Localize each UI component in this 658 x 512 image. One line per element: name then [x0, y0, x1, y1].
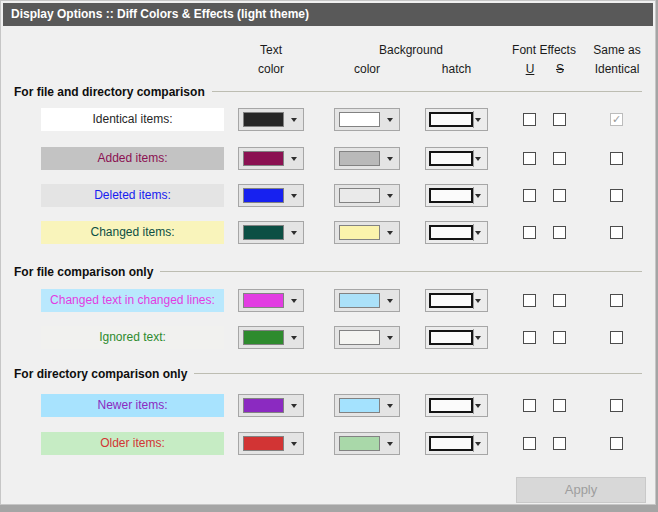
underline-checkbox[interactable] [523, 331, 536, 344]
underline-checkbox[interactable] [523, 113, 536, 126]
column-header-same-as: Same as [587, 43, 647, 57]
same-as-identical-checkbox: ✓ [610, 113, 623, 126]
background-color-dropdown[interactable] [334, 432, 400, 455]
dropdown-arrow-icon [291, 299, 297, 303]
column-header-identical: Identical [585, 62, 649, 76]
text-color-dropdown[interactable] [238, 432, 304, 455]
strikethrough-checkbox[interactable] [553, 331, 566, 344]
underline-checkbox[interactable] [523, 226, 536, 239]
color-swatch [339, 112, 380, 127]
background-color-dropdown[interactable] [334, 289, 400, 312]
background-color-dropdown[interactable] [334, 221, 400, 244]
screenshot-root: Display Options :: Diff Colors & Effects… [0, 0, 658, 512]
row-label-sample: Identical items: [41, 108, 224, 131]
text-color-dropdown[interactable] [238, 108, 304, 131]
hatch-preview [429, 436, 473, 451]
color-swatch [243, 293, 284, 308]
underline-checkbox[interactable] [523, 399, 536, 412]
column-header-underline: U [517, 62, 543, 76]
same-as-identical-checkbox[interactable] [610, 294, 623, 307]
hatch-dropdown[interactable] [425, 184, 488, 207]
color-swatch [339, 225, 380, 240]
hatch-dropdown[interactable] [425, 289, 488, 312]
strikethrough-checkbox[interactable] [553, 226, 566, 239]
same-as-identical-checkbox[interactable] [610, 331, 623, 344]
hatch-preview [429, 112, 473, 127]
same-as-identical-checkbox[interactable] [610, 437, 623, 450]
row-added-items: Added items: [1, 147, 655, 170]
column-header-strikethrough: S [547, 62, 573, 76]
dropdown-arrow-icon [387, 231, 393, 235]
text-color-dropdown[interactable] [238, 221, 304, 244]
hatch-preview [429, 330, 473, 345]
section-directory-comparison-only: For directory comparison only [14, 366, 642, 381]
same-as-identical-checkbox[interactable] [610, 152, 623, 165]
row-deleted-items: Deleted items: [1, 184, 655, 207]
dropdown-separator [473, 150, 474, 167]
same-as-identical-checkbox[interactable] [610, 189, 623, 202]
dropdown-arrow-icon [387, 118, 393, 122]
hatch-dropdown[interactable] [425, 108, 488, 131]
text-color-dropdown[interactable] [238, 289, 304, 312]
color-swatch [339, 436, 380, 451]
column-header-background: Background [334, 43, 488, 57]
dropdown-arrow-icon [387, 299, 393, 303]
text-color-dropdown[interactable] [238, 184, 304, 207]
apply-button[interactable]: Apply [516, 477, 646, 503]
window-bottom-edge [0, 505, 658, 512]
column-header-text-color: color [238, 62, 304, 76]
underline-checkbox[interactable] [523, 294, 536, 307]
color-swatch [243, 112, 284, 127]
column-header-font-effects: Font Effects [506, 43, 582, 57]
strikethrough-checkbox[interactable] [553, 294, 566, 307]
same-as-identical-checkbox[interactable] [610, 226, 623, 239]
hatch-dropdown[interactable] [425, 326, 488, 349]
underline-checkbox[interactable] [523, 437, 536, 450]
background-color-dropdown[interactable] [334, 326, 400, 349]
row-label-sample: Older items: [41, 432, 224, 455]
background-color-dropdown[interactable] [334, 184, 400, 207]
dropdown-separator [473, 224, 474, 241]
text-color-dropdown[interactable] [238, 147, 304, 170]
hatch-dropdown[interactable] [425, 432, 488, 455]
strikethrough-checkbox[interactable] [553, 152, 566, 165]
text-color-dropdown[interactable] [238, 394, 304, 417]
color-swatch [339, 188, 380, 203]
window-title-bar[interactable]: Display Options :: Diff Colors & Effects… [3, 3, 653, 26]
row-label-sample: Changed items: [41, 221, 224, 244]
dropdown-arrow-icon [475, 194, 481, 198]
hatch-dropdown[interactable] [425, 147, 488, 170]
strikethrough-checkbox[interactable] [553, 399, 566, 412]
section-file-and-directory: For file and directory comparison [14, 84, 642, 99]
background-color-dropdown[interactable] [334, 147, 400, 170]
color-swatch [339, 330, 380, 345]
row-older-items: Older items: [1, 432, 655, 455]
color-swatch [339, 398, 380, 413]
row-label-sample: Ignored text: [41, 326, 224, 349]
row-identical-items: Identical items: ✓ [1, 108, 655, 131]
row-ignored-text: Ignored text: [1, 326, 655, 349]
color-swatch [243, 398, 284, 413]
strikethrough-checkbox[interactable] [553, 113, 566, 126]
dropdown-arrow-icon [387, 157, 393, 161]
section-divider [212, 91, 642, 92]
hatch-dropdown[interactable] [425, 221, 488, 244]
background-color-dropdown[interactable] [334, 108, 400, 131]
hatch-dropdown[interactable] [425, 394, 488, 417]
same-as-identical-checkbox[interactable] [610, 399, 623, 412]
hatch-preview [429, 398, 473, 413]
strikethrough-checkbox[interactable] [553, 189, 566, 202]
dropdown-arrow-icon [387, 194, 393, 198]
dropdown-arrow-icon [291, 336, 297, 340]
underline-checkbox[interactable] [523, 189, 536, 202]
strikethrough-checkbox[interactable] [553, 437, 566, 450]
text-color-dropdown[interactable] [238, 326, 304, 349]
hatch-preview [429, 225, 473, 240]
section-title: For file comparison only [14, 265, 153, 279]
hatch-preview [429, 188, 473, 203]
underline-checkbox[interactable] [523, 152, 536, 165]
background-color-dropdown[interactable] [334, 394, 400, 417]
dropdown-arrow-icon [475, 404, 481, 408]
dropdown-arrow-icon [387, 442, 393, 446]
color-swatch [243, 436, 284, 451]
